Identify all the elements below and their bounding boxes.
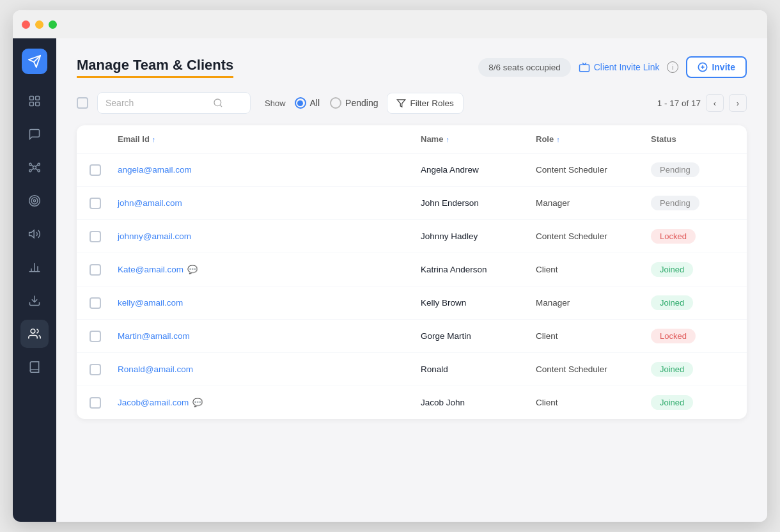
row-checkbox-7[interactable] [90, 397, 101, 409]
role-cell-0: Content Scheduler [536, 165, 651, 175]
role-cell-1: Manager [536, 198, 651, 208]
col-role-sort-icon[interactable]: ↑ [556, 136, 560, 143]
row-checkbox-4[interactable] [90, 297, 101, 309]
email-link-7[interactable]: Jacob@amail.com [118, 398, 189, 407]
table-row: kelly@amail.com Kelly Brown Manager Join… [77, 286, 747, 320]
sidebar-item-megaphone[interactable] [20, 220, 49, 248]
col-email-sort-icon[interactable]: ↑ [152, 136, 156, 143]
filter-roles-button[interactable]: Filter Roles [387, 93, 463, 114]
radio-pending[interactable]: Pending [330, 97, 378, 109]
name-cell-0: Angela Andrew [421, 165, 536, 175]
svg-point-9 [29, 169, 31, 171]
sidebar-item-analytics[interactable] [20, 253, 49, 281]
svg-point-7 [29, 163, 31, 165]
seats-badge: 8/6 seats occupied [478, 58, 571, 77]
client-invite-link-button[interactable]: Client Invite Link [579, 61, 660, 73]
svg-point-15 [29, 196, 40, 207]
sidebar-item-download[interactable] [20, 286, 49, 315]
info-icon[interactable]: i [667, 61, 678, 73]
email-cell-3: Kate@amail.com 💬 [118, 265, 421, 274]
email-link-6[interactable]: Ronald@amail.com [118, 364, 193, 374]
email-link-4[interactable]: kelly@amail.com [118, 298, 183, 308]
name-cell-2: Johnny Hadley [421, 231, 536, 241]
name-cell-6: Ronald [421, 364, 536, 374]
sidebar-logo[interactable] [22, 49, 47, 74]
col-header-status: Status [651, 134, 734, 144]
svg-rect-2 [30, 97, 34, 100]
email-link-5[interactable]: Martin@amail.com [118, 331, 190, 341]
minimize-button[interactable] [35, 20, 43, 29]
row-checkbox-1[interactable] [90, 198, 101, 209]
row-checkbox-0[interactable] [90, 164, 101, 176]
status-badge-5: Locked [651, 329, 696, 343]
email-cell-6: Ronald@amail.com [118, 364, 421, 374]
maximize-button[interactable] [49, 20, 57, 29]
name-cell-3: Katrina Anderson [421, 265, 536, 274]
page-next-button[interactable]: › [729, 94, 747, 112]
status-badge-3: Joined [651, 262, 693, 277]
select-all-checkbox[interactable] [77, 97, 88, 109]
search-input[interactable] [105, 98, 208, 108]
svg-rect-4 [30, 102, 34, 106]
status-badge-1: Pending [651, 196, 699, 210]
name-cell-7: Jacob John [421, 398, 536, 407]
email-cell-4: kelly@amail.com [118, 298, 421, 308]
row-checkbox-2[interactable] [90, 231, 101, 242]
search-icon [213, 98, 223, 108]
role-cell-6: Content Scheduler [536, 364, 651, 374]
filter-roles-label: Filter Roles [410, 98, 453, 108]
page-prev-button[interactable]: ‹ [706, 94, 724, 112]
radio-all[interactable]: All [295, 97, 320, 109]
radio-all-label: All [310, 98, 320, 108]
chat-icon[interactable]: 💬 [187, 265, 198, 274]
svg-line-13 [31, 169, 33, 171]
email-link-0[interactable]: angela@amail.com [118, 165, 192, 175]
table-row: john@amail.com John Enderson Manager Pen… [77, 187, 747, 220]
svg-rect-5 [36, 102, 40, 106]
svg-point-29 [214, 99, 221, 106]
row-checkbox-3[interactable] [90, 264, 101, 276]
email-link-1[interactable]: john@amail.com [118, 198, 182, 208]
search-box [97, 92, 251, 114]
role-cell-2: Content Scheduler [536, 231, 651, 241]
role-cell-4: Manager [536, 298, 651, 308]
pagination-info: 1 - 17 of 17 [657, 98, 701, 108]
app-window: Manage Team & Clients 8/6 seats occupied… [13, 10, 767, 522]
email-cell-1: john@amail.com [118, 198, 421, 208]
status-badge-6: Joined [651, 362, 693, 377]
col-role-label: Role [536, 134, 554, 144]
col-header-name: Name ↑ [421, 134, 536, 144]
chat-icon[interactable]: 💬 [192, 398, 203, 407]
col-name-sort-icon[interactable]: ↑ [446, 136, 449, 143]
pagination: 1 - 17 of 17 ‹ › [657, 94, 747, 112]
svg-point-16 [31, 198, 38, 204]
status-badge-2: Locked [651, 229, 696, 244]
sidebar-item-team[interactable] [20, 320, 49, 348]
name-cell-5: Gorge Martin [421, 331, 536, 341]
sidebar-item-network[interactable] [20, 153, 49, 182]
email-cell-5: Martin@amail.com [118, 331, 421, 341]
svg-rect-3 [36, 97, 40, 100]
sidebar-item-library[interactable] [20, 353, 49, 381]
sidebar-item-chat[interactable] [20, 120, 49, 148]
invite-button[interactable]: Invite [686, 56, 747, 78]
close-button[interactable] [22, 20, 30, 29]
col-email-label: Email Id [118, 134, 150, 144]
toolbar: Show All Pending Filter Roles [77, 92, 747, 114]
email-link-3[interactable]: Kate@amail.com [118, 265, 183, 274]
table-row: angela@amail.com Angela Andrew Content S… [77, 153, 747, 187]
sidebar-item-dashboard[interactable] [20, 87, 49, 115]
svg-point-17 [33, 199, 35, 201]
row-checkbox-5[interactable] [90, 331, 101, 342]
email-cell-7: Jacob@amail.com 💬 [118, 398, 421, 407]
page-header: Manage Team & Clients 8/6 seats occupied… [77, 56, 747, 78]
sidebar-item-target[interactable] [20, 187, 49, 215]
table-row: johnny@amail.com Johnny Hadley Content S… [77, 220, 747, 253]
table-row: Martin@amail.com Gorge Martin Client Loc… [77, 320, 747, 353]
role-cell-7: Client [536, 398, 651, 407]
main-content: Manage Team & Clients 8/6 seats occupied… [56, 38, 767, 522]
table-row: Jacob@amail.com 💬 Jacob John Client Join… [77, 386, 747, 419]
email-link-2[interactable]: johnny@amail.com [118, 231, 191, 241]
row-checkbox-6[interactable] [90, 364, 101, 375]
status-badge-4: Joined [651, 295, 693, 310]
